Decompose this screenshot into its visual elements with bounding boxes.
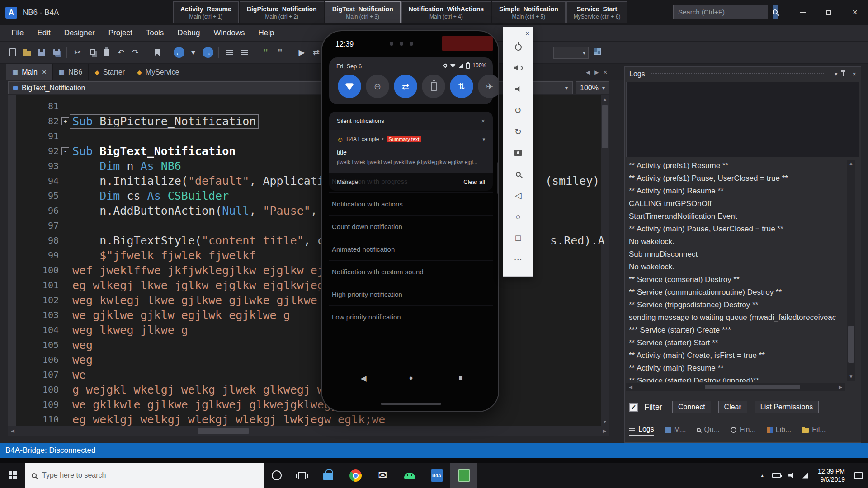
battery-saver-toggle[interactable]	[422, 75, 445, 98]
comment-icon[interactable]: "	[259, 46, 272, 59]
tray-chevron-icon[interactable]: ▲	[760, 473, 764, 478]
phone-back-icon[interactable]: ◀	[354, 374, 373, 383]
navigate-forward-icon[interactable]: →	[202, 46, 214, 59]
titlebar-tab[interactable]: Notification_WithActionsMain (ctrl + 4)	[401, 1, 491, 23]
auto-rotate-toggle[interactable]: ⇅	[450, 75, 473, 98]
redo-icon[interactable]: ↷	[129, 46, 142, 59]
logs-tab-m[interactable]: M...	[665, 426, 686, 436]
toolbar-combo[interactable]: ▾	[553, 47, 589, 59]
do-not-disturb-toggle[interactable]: ⊖	[366, 75, 389, 98]
editor-horizontal-scrollbar[interactable]: ◀ ▶	[8, 426, 609, 436]
taskbar-search-input[interactable]	[42, 471, 258, 479]
menu-tools[interactable]: Tools	[139, 25, 171, 41]
clear-all-button[interactable]: Clear all	[463, 178, 485, 185]
fold-marker[interactable]: -	[61, 147, 69, 155]
power-icon[interactable]	[512, 42, 524, 52]
notification-list-item[interactable]: Count down notification	[329, 216, 493, 238]
nb6-taskbar-button[interactable]	[450, 463, 477, 488]
uncomment-icon[interactable]: "	[274, 46, 286, 59]
more-icon[interactable]: ⋯	[512, 254, 524, 264]
scroll-left-icon[interactable]: ◀	[626, 383, 635, 391]
tab-close-icon[interactable]: ×	[603, 68, 607, 76]
menu-help[interactable]: Help	[251, 25, 281, 41]
connect-icon[interactable]: ⇄	[310, 46, 322, 59]
close-button[interactable]: ×	[842, 0, 868, 25]
volume-down-icon[interactable]	[512, 84, 524, 94]
ide-search-input[interactable]	[674, 5, 773, 19]
airplane-mode-toggle[interactable]: ✈	[478, 75, 499, 98]
battery-icon[interactable]	[772, 473, 781, 478]
close-tab-icon[interactable]: ×	[42, 68, 47, 77]
android-phone-mirror[interactable]: 12:39 Fri, Sep 6 100% ⊖⇄⇅✈ Silent notifi…	[321, 30, 499, 412]
open-project-icon[interactable]	[21, 46, 33, 59]
scrollbar-thumb[interactable]	[705, 385, 800, 389]
logs-vertical-scrollbar[interactable]: ▲ ▼	[847, 160, 855, 381]
minimize-button[interactable]	[516, 33, 521, 33]
home-icon[interactable]: ○	[512, 211, 524, 221]
doc-tab-myservice[interactable]: ◆MyService	[131, 64, 185, 80]
logs-tab-logs[interactable]: Logs	[629, 425, 654, 436]
tab-next-icon[interactable]: ▶	[594, 69, 599, 75]
chevron-down-icon[interactable]: ▾	[482, 136, 485, 142]
doc-tab-nb6[interactable]: ▦NB6	[53, 64, 89, 80]
zoom-icon[interactable]	[512, 169, 524, 179]
save-icon[interactable]	[35, 46, 47, 59]
start-button[interactable]	[0, 463, 25, 488]
copy-icon[interactable]	[86, 46, 98, 59]
wifi-toggle[interactable]	[338, 75, 361, 98]
logs-tab-fin[interactable]: Fin...	[731, 426, 756, 436]
pin-icon[interactable]	[843, 72, 844, 76]
navigate-back-icon[interactable]: ←	[173, 46, 185, 59]
scrollbar-thumb[interactable]	[602, 105, 608, 148]
b4a-notification[interactable]: ☺ B4A Example • Summary text ▾ title jfw…	[329, 130, 493, 173]
doc-tab-starter[interactable]: ◆Starter	[89, 64, 131, 80]
scroll-left-icon[interactable]: ◀	[8, 426, 17, 436]
scroll-right-icon[interactable]: ▶	[600, 426, 609, 436]
logs-output[interactable]: ** Activity (prefs1) Resume **** Activit…	[629, 160, 846, 382]
action-center-icon[interactable]	[854, 472, 863, 479]
connect-button[interactable]: Connect	[672, 401, 711, 413]
phone-home-icon[interactable]: ●	[401, 374, 421, 381]
paste-icon[interactable]	[100, 46, 113, 59]
maximize-button[interactable]	[816, 0, 842, 25]
run-icon[interactable]: ▶	[296, 46, 308, 59]
scroll-up-icon[interactable]: ▲	[847, 160, 855, 168]
titlebar-tab[interactable]: BigPicture_NotificationMain (ctrl + 2)	[240, 1, 324, 23]
back-icon[interactable]: ◁	[512, 190, 524, 200]
zoom-selector[interactable]: 100% ▾	[576, 81, 609, 94]
taskbar-clock[interactable]: 12:39 PM 9/6/2019	[818, 467, 845, 483]
menu-designer[interactable]: Designer	[57, 25, 102, 41]
logs-tab-lib[interactable]: Lib...	[767, 426, 792, 436]
titlebar-tab[interactable]: Simple_NotificationMain (ctrl + 5)	[492, 1, 566, 23]
undo-icon[interactable]: ↶	[115, 46, 127, 59]
store-taskbar-button[interactable]	[315, 463, 342, 488]
logs-horizontal-scrollbar[interactable]: ◀ ▶	[626, 383, 845, 391]
menu-windows[interactable]: Windows	[207, 25, 251, 41]
phone-recents-icon[interactable]: ■	[451, 374, 471, 381]
list-permissions-button[interactable]: List Permissions	[755, 401, 819, 413]
cortana-button[interactable]	[264, 463, 289, 488]
recent-locations-icon[interactable]: ▾	[187, 46, 199, 59]
logs-tab-qu[interactable]: Qu...	[697, 426, 720, 436]
bookmark-icon[interactable]	[151, 46, 163, 59]
titlebar-tab[interactable]: BigText_NotificationMain (ctrl + 3)	[325, 1, 401, 23]
volume-up-icon[interactable]	[512, 63, 524, 73]
titlebar-tab[interactable]: Activity_ResumeMain (ctrl + 1)	[173, 1, 239, 23]
bluetooth-toggle[interactable]: ⇄	[394, 75, 417, 98]
b4a-taskbar-button[interactable]: B4A	[423, 463, 450, 488]
panel-position-icon[interactable]: ▾	[835, 71, 837, 77]
manage-button[interactable]: Manage	[337, 178, 358, 185]
rotate-left-icon[interactable]: ↺	[512, 105, 524, 115]
menu-debug[interactable]: Debug	[170, 25, 207, 41]
tab-prev-icon[interactable]: ◀	[586, 69, 590, 75]
network-icon[interactable]	[802, 473, 808, 479]
editor-vertical-scrollbar[interactable]: ▲ ▼	[601, 95, 609, 426]
rotate-right-icon[interactable]: ↻	[512, 127, 524, 136]
mail-taskbar-button[interactable]: ✉	[369, 463, 396, 488]
panel-grip[interactable]	[651, 73, 825, 75]
scroll-down-icon[interactable]: ▼	[601, 418, 609, 426]
close-button[interactable]: ×	[525, 30, 529, 37]
notification-list-item[interactable]: High priority notification	[329, 283, 493, 306]
volume-icon[interactable]	[788, 472, 795, 479]
screenshot-icon[interactable]	[512, 148, 524, 158]
